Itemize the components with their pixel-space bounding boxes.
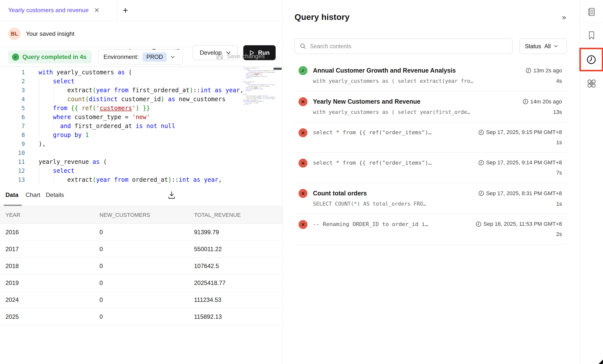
status-row: ✓ Query completed in 4s Environment: PRO… (0, 47, 283, 67)
history-item[interactable]: ✕Yearly New Customers and Revenue14m 20s… (295, 91, 567, 122)
tab-chart[interactable]: Chart (26, 191, 40, 198)
history-clock-icon[interactable] (586, 54, 597, 65)
download-icon[interactable] (167, 190, 176, 200)
history-item-duration: 13s (553, 109, 562, 115)
search-icon (300, 43, 306, 49)
add-tab-button[interactable]: + (120, 5, 131, 16)
line-number: 3 (0, 86, 25, 95)
history-item-title: -- Renaming ORDER_ID to order_id i… (313, 221, 428, 227)
table-row[interactable]: 20250115892.13 (0, 308, 283, 325)
table-row[interactable]: 2016091399.79 (0, 224, 283, 241)
table-cell: 2025 (0, 313, 94, 320)
line-number: 11 (0, 157, 25, 166)
history-item-snippet: SELECT COUNT(*) AS total_orders FRO… (313, 201, 426, 207)
history-item[interactable]: ✕select * from {{ ref("order_items")…Sep… (295, 122, 567, 153)
history-item-title: select * from {{ ref("order_items")… (313, 160, 432, 166)
table-row[interactable]: 20180107642.5 (0, 258, 283, 274)
tab-details[interactable]: Details (46, 191, 64, 198)
notebook-icon[interactable] (587, 7, 597, 17)
clock-icon (523, 99, 528, 104)
history-item[interactable]: ✕select * from {{ ref("order_items")…Sep… (295, 153, 567, 183)
error-status-icon: ✕ (299, 159, 307, 168)
chevron-down-icon (554, 45, 558, 47)
editor-minimap[interactable]: with yearly_customers as ( select extrac… (243, 67, 275, 184)
tab-title: Yearly customers and revenue (8, 7, 89, 14)
line-number: 4 (0, 95, 25, 104)
bookmark-icon[interactable] (587, 30, 597, 41)
table-cell: 2018 (0, 263, 94, 270)
history-item-snippet: with yearly_customers as ( select year(f… (313, 109, 470, 115)
table-cell: 0 (94, 279, 189, 286)
line-numbers: 12345678910111213 (0, 68, 25, 184)
history-item-duration: 2s (556, 231, 562, 237)
history-item[interactable]: ✕Count total ordersSep 17, 2025, 8:31 PM… (295, 183, 567, 214)
history-item-title: Annual Customer Growth and Revenue Analy… (313, 67, 456, 74)
toolbar: BL Your saved insight Develop (0, 20, 283, 47)
page-title: Query history (295, 12, 350, 22)
clock-icon (479, 191, 484, 196)
line-number: 5 (0, 104, 25, 113)
column-header-total-revenue[interactable]: TOTAL_REVENUE (189, 212, 283, 218)
divider (580, 23, 603, 23)
tab-data[interactable]: Data (5, 191, 18, 198)
history-item-duration: 7s (556, 170, 562, 176)
lineage-icon[interactable] (586, 78, 597, 89)
saved-insight-label: Your saved insight (26, 30, 74, 37)
success-status-icon: ✓ (299, 66, 307, 75)
line-number: 10 (0, 148, 25, 157)
history-item-title: Yearly New Customers and Revenue (313, 98, 420, 105)
column-header-year[interactable]: YEAR (0, 212, 94, 218)
results-table: YEAR NEW_CUSTOMERS TOTAL_REVENUE 2016091… (0, 206, 283, 325)
collapse-panel-icon[interactable]: » (562, 13, 566, 21)
clock-icon (476, 222, 481, 227)
line-number: 12 (0, 166, 25, 175)
environment-label: Environment: (103, 53, 139, 60)
error-status-icon: ✕ (299, 97, 307, 106)
error-status-icon: ✕ (299, 128, 307, 137)
save-changes-button[interactable]: Save changes (216, 52, 265, 60)
environment-dropdown[interactable]: Environment: PROD (98, 49, 183, 64)
table-row[interactable]: 20170550011.22 (0, 241, 283, 258)
history-item-duration: 1s (556, 201, 562, 207)
clock-icon (479, 130, 484, 135)
history-item-title: select * from {{ ref("order_items")… (313, 129, 432, 136)
error-status-icon: ✕ (299, 220, 307, 229)
column-header-new-customers[interactable]: NEW_CUSTOMERS (94, 212, 189, 218)
table-row[interactable]: 201902025418.77 (0, 274, 283, 291)
status-filter-dropdown[interactable]: Status All (519, 39, 567, 54)
line-number: 2 (0, 77, 25, 86)
scrollbar-thumb[interactable] (273, 68, 282, 70)
tab-yearly-customers-and-revenue[interactable]: Yearly customers and revenue ✕ (0, 0, 117, 20)
history-item-duration: 1s (556, 139, 562, 146)
query-status-text: Query completed in 4s (22, 53, 86, 60)
history-item[interactable]: ✕-- Renaming ORDER_ID to order_id i…Sep … (295, 214, 567, 244)
search-box[interactable] (295, 39, 512, 54)
close-icon[interactable]: ✕ (94, 7, 100, 13)
active-tab-underline (4, 205, 22, 206)
table-cell: 2016 (0, 229, 94, 236)
history-item-timestamp: Sep 17, 2025, 9:15 PM GMT+8 (479, 129, 562, 136)
history-item-timestamp: 14m 20s ago (523, 98, 562, 105)
history-item[interactable]: ✓Annual Customer Growth and Revenue Anal… (295, 60, 567, 91)
check-circle-icon: ✓ (12, 53, 19, 61)
search-input[interactable] (310, 43, 507, 50)
line-number: 8 (0, 131, 25, 139)
table-cell: 107642.5 (189, 263, 283, 270)
table-cell: 0 (94, 263, 189, 270)
sql-editor[interactable]: 12345678910111213 with yearly_customers … (0, 67, 283, 184)
history-item-timestamp: Sep 17, 2025, 8:31 PM GMT+8 (479, 190, 562, 197)
avatar: BL (8, 28, 21, 40)
status-filter-label: Status (525, 43, 541, 50)
history-item-duration: 4s (556, 78, 562, 84)
history-item-timestamp: Sep 16, 2025, 11:53 PM GMT+8 (476, 221, 562, 227)
line-number: 1 (0, 68, 25, 77)
clock-icon (479, 160, 484, 165)
table-row[interactable]: 20240111234.53 (0, 291, 283, 308)
editor-panel: Yearly customers and revenue ✕ + BL Your… (0, 0, 283, 364)
environment-value-badge: PROD (143, 52, 166, 62)
tab-bar: Yearly customers and revenue ✕ + (0, 0, 283, 20)
query-history-list: ✓Annual Customer Growth and Revenue Anal… (295, 60, 567, 244)
indent-guide (53, 122, 53, 131)
cursor-artifact (599, 360, 603, 364)
table-cell: 2019 (0, 279, 94, 286)
